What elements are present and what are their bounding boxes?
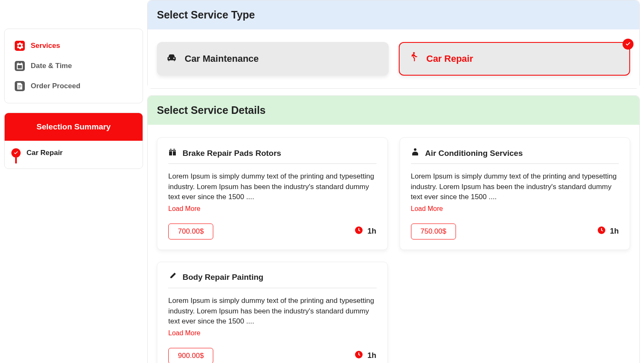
clock-icon xyxy=(355,226,363,237)
check-icon xyxy=(11,148,21,158)
step-datetime[interactable]: Date & Time xyxy=(15,61,133,71)
car-icon xyxy=(166,52,177,66)
clock-icon xyxy=(355,350,363,361)
duration: 1h xyxy=(597,226,619,237)
gifts-icon xyxy=(168,148,177,158)
price-button[interactable]: 700.00$ xyxy=(168,224,213,239)
duration: 1h xyxy=(355,226,376,237)
load-more-link[interactable]: Load More xyxy=(411,205,443,213)
service-card-brake[interactable]: Brake Repair Pads Rotors Lorem Ipsum is … xyxy=(157,137,388,250)
service-card-brake-desc: Lorem Ipsum is simply dummy text of the … xyxy=(168,171,376,203)
service-cards-grid: Brake Repair Pads Rotors Lorem Ipsum is … xyxy=(148,125,639,363)
thermometer-icon xyxy=(168,272,177,283)
duration: 1h xyxy=(355,350,376,361)
duration-text: 1h xyxy=(610,227,619,236)
selection-summary-title: Selection Summary xyxy=(5,113,143,141)
service-type-section: Select Service Type Car Maintenance Car … xyxy=(147,0,640,89)
duration-text: 1h xyxy=(367,351,376,360)
duration-text: 1h xyxy=(367,227,376,236)
service-card-ac[interactable]: Air Conditioning Services Lorem Ipsum is… xyxy=(400,137,631,250)
clock-icon xyxy=(597,226,606,237)
doctor-icon xyxy=(411,148,419,158)
service-details-section: Select Service Details Brake Repair Pads… xyxy=(147,95,640,363)
calendar-icon xyxy=(15,61,25,71)
summary-item: Car Repair xyxy=(5,141,143,168)
service-card-brake-title: Brake Repair Pads Rotors xyxy=(183,149,281,158)
service-card-ac-desc: Lorem Ipsum is simply dummy text of the … xyxy=(411,171,619,203)
service-card-body[interactable]: Body Repair Painting Lorem Ipsum is simp… xyxy=(157,262,388,363)
steps-card: Services Date & Time Order Proceed xyxy=(4,29,143,103)
summary-item-label: Car Repair xyxy=(27,149,63,157)
selection-summary-card: Selection Summary Car Repair xyxy=(4,113,143,169)
price-button[interactable]: 750.00$ xyxy=(411,224,456,239)
service-card-body-title: Body Repair Painting xyxy=(183,273,263,282)
document-icon xyxy=(15,81,25,91)
service-type-maintenance-label: Car Maintenance xyxy=(185,53,259,64)
wizard-sidebar: Services Date & Time Order Proceed Selec… xyxy=(0,0,147,363)
load-more-link[interactable]: Load More xyxy=(168,329,201,337)
load-more-link[interactable]: Load More xyxy=(168,205,201,213)
price-button[interactable]: 900.00$ xyxy=(168,348,213,363)
service-details-title: Select Service Details xyxy=(148,96,639,125)
gear-icon xyxy=(15,41,25,51)
step-proceed[interactable]: Order Proceed xyxy=(15,81,133,91)
service-card-ac-title: Air Conditioning Services xyxy=(425,149,523,158)
service-type-repair[interactable]: Car Repair xyxy=(399,42,631,76)
service-type-options: Car Maintenance Car Repair xyxy=(148,29,639,88)
service-type-title: Select Service Type xyxy=(148,0,639,29)
service-card-body-desc: Lorem Ipsum is simply dummy text of the … xyxy=(168,296,376,327)
svg-point-1 xyxy=(414,148,416,151)
selected-check-icon xyxy=(623,39,633,50)
step-proceed-label: Order Proceed xyxy=(31,82,80,90)
running-icon xyxy=(408,52,419,66)
service-type-maintenance[interactable]: Car Maintenance xyxy=(157,42,389,76)
step-datetime-label: Date & Time xyxy=(31,62,72,70)
step-services[interactable]: Services xyxy=(15,41,133,51)
step-services-label: Services xyxy=(31,42,60,50)
main-content: Select Service Type Car Maintenance Car … xyxy=(147,0,644,363)
service-type-repair-label: Car Repair xyxy=(427,53,473,64)
